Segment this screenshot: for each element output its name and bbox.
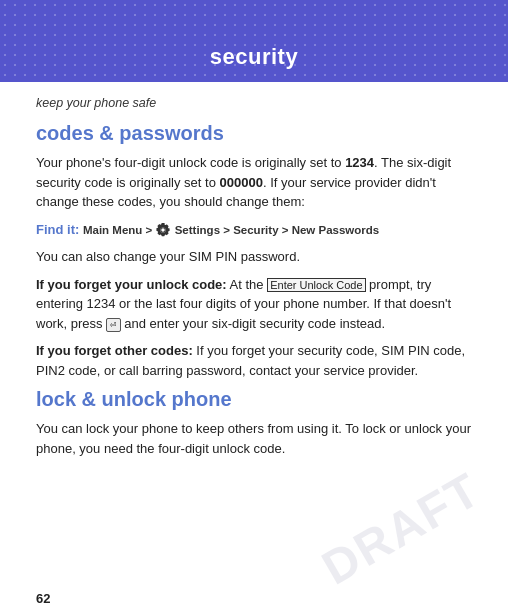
section1-paragraph2: You can also change your SIM PIN passwor… [36, 247, 472, 267]
section1-paragraph1: Your phone's four-digit unlock code is o… [36, 153, 472, 212]
forget-other-paragraph: If you forget other codes: If you forget… [36, 341, 472, 380]
key-icon: ⏎ [106, 318, 121, 332]
subtitle: keep your phone safe [36, 96, 472, 110]
gear-icon [156, 223, 170, 237]
find-it-path: Main Menu > Settings > Security > New Pa… [83, 224, 379, 236]
forget-unlock-paragraph: If you forget your unlock code: At the E… [36, 275, 472, 334]
forget-other-label: If you forget other codes: [36, 343, 193, 358]
enter-unlock-code-label: Enter Unlock Code [267, 278, 365, 292]
page-content: keep your phone safe codes & passwords Y… [0, 82, 508, 480]
section1-heading: codes & passwords [36, 122, 472, 145]
draft-watermark: DRAFT [313, 462, 490, 596]
page-title: security [210, 44, 298, 70]
section2-paragraph1: You can lock your phone to keep others f… [36, 419, 472, 458]
find-it-line: Find it: Main Menu > Settings > Security… [36, 220, 472, 240]
forget-unlock-label: If you forget your unlock code: [36, 277, 227, 292]
section2-heading: lock & unlock phone [36, 388, 472, 411]
page-header: security [0, 0, 508, 82]
page-number: 62 [36, 591, 50, 606]
find-it-label: Find it: [36, 222, 79, 237]
